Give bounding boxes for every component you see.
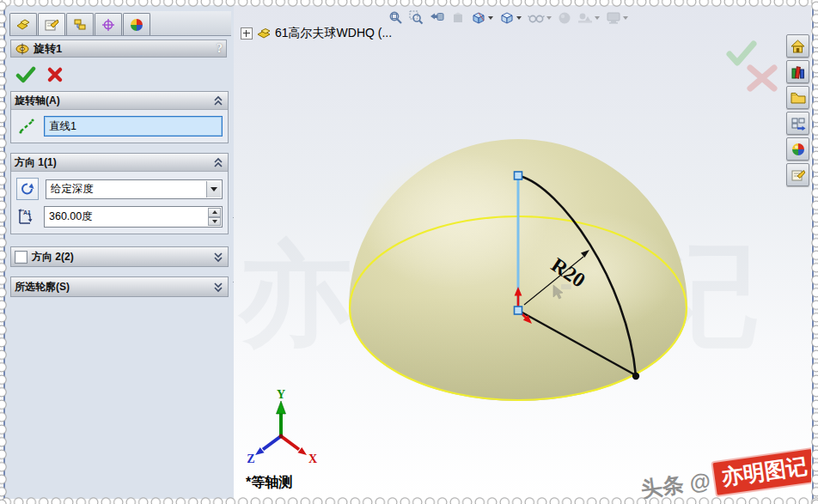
end-condition-dropdown[interactable]: 给定深度 <box>46 179 223 199</box>
view-palette-button[interactable] <box>786 112 809 135</box>
collapse-chevron-icon[interactable] <box>212 157 224 168</box>
feature-title: 旋转1 <box>34 41 62 57</box>
help-button[interactable]: ? <box>217 42 223 56</box>
expand-chevron-icon[interactable] <box>212 252 224 263</box>
custom-properties-button[interactable] <box>786 163 809 186</box>
reference-triad: Y Z X <box>247 388 317 465</box>
revolve-axis-header[interactable]: 旋转轴(A) <box>11 92 228 110</box>
configuration-manager-tab-icon <box>72 18 88 32</box>
collapse-chevron-icon[interactable] <box>212 95 224 106</box>
selected-contours-header[interactable]: 所选轮廓(S) <box>11 277 228 296</box>
task-pane-toolbar <box>786 34 809 186</box>
graphics-viewport[interactable]: 亦明图记 61高尔夫球WDHQ (... <box>234 5 811 499</box>
expand-chevron-icon[interactable] <box>212 282 224 293</box>
dimxpert-tab[interactable] <box>95 13 122 35</box>
home-icon <box>791 39 805 53</box>
confirm-row <box>10 62 227 88</box>
sketch-vertex-handle-center[interactable] <box>515 307 522 314</box>
revolve-axis-group: 旋转轴(A) 直线1 <box>10 91 229 143</box>
border-strip-left <box>0 0 3 504</box>
triad-y-label: Y <box>277 388 285 401</box>
property-manager-tab[interactable] <box>38 13 65 35</box>
model-scene[interactable]: R20 <box>234 5 811 499</box>
dropdown-caret[interactable] <box>206 181 221 197</box>
axis-selection-value: 直线1 <box>49 119 76 134</box>
property-manager-panel: 旋转1 ? 旋转轴(A) <box>5 5 235 499</box>
appearances-button[interactable] <box>786 137 809 161</box>
end-condition-value: 给定深度 <box>51 182 94 197</box>
direction2-header[interactable]: 方向 2(2) <box>11 247 228 266</box>
window-border-right <box>812 3 814 501</box>
direction2-group: 方向 2(2) <box>10 246 229 267</box>
angle-icon: A1 <box>16 207 37 228</box>
home-button[interactable] <box>786 34 809 58</box>
spin-up-button[interactable] <box>208 208 221 217</box>
design-library-button[interactable] <box>786 60 809 83</box>
sketch-vertex-handle-top[interactable] <box>515 172 522 179</box>
display-manager-tab[interactable] <box>123 13 150 35</box>
axis-selection-field[interactable]: 直线1 <box>44 116 223 137</box>
confirm-ok-ghost-icon <box>729 44 754 63</box>
design-library-icon <box>791 65 805 79</box>
configuration-manager-tab[interactable] <box>66 13 94 35</box>
view-orientation-label: *等轴测 <box>246 474 292 492</box>
confirm-cancel-ghost-icon <box>750 68 774 88</box>
direction1-label: 方向 1(1) <box>15 155 57 170</box>
direction2-label: 方向 2(2) <box>32 250 74 264</box>
selected-contours-group: 所选轮廓(S) <box>10 276 229 297</box>
sketch-endpoint-dot[interactable] <box>632 373 639 380</box>
reverse-direction-icon[interactable] <box>16 178 39 200</box>
view-palette-icon <box>791 117 806 131</box>
svg-text:A1: A1 <box>23 209 31 216</box>
ok-button[interactable] <box>15 66 36 83</box>
cancel-button[interactable] <box>46 66 64 83</box>
custom-properties-icon <box>791 168 805 182</box>
dimxpert-tab-icon <box>101 18 116 32</box>
revolve-feature-icon <box>15 43 30 55</box>
direction2-checkbox[interactable] <box>15 251 27 264</box>
triad-z-label: Z <box>247 452 254 465</box>
direction1-group: 方向 1(1) 给定深度 <box>10 153 229 234</box>
feature-manager-tab[interactable] <box>9 13 37 35</box>
feature-title-bar: 旋转1 ? <box>10 39 227 58</box>
property-manager-tab-icon <box>44 18 59 32</box>
appearances-ball-icon <box>791 143 805 156</box>
selected-contours-label: 所选轮廓(S) <box>15 280 70 295</box>
spin-down-button[interactable] <box>208 217 221 227</box>
triad-x-label: X <box>308 452 317 465</box>
folder-icon <box>791 91 806 104</box>
display-manager-tab-icon <box>129 18 144 32</box>
feature-manager-tab-icon <box>15 18 31 32</box>
confirmation-corner[interactable] <box>729 44 774 88</box>
angle-input[interactable]: 360.00度 <box>44 206 223 228</box>
border-strip-top <box>0 0 818 3</box>
direction1-header[interactable]: 方向 1(1) <box>11 154 228 172</box>
angle-value: 360.00度 <box>49 209 93 224</box>
axis-selection-icon <box>16 116 37 137</box>
revolve-axis-label: 旋转轴(A) <box>15 94 60 108</box>
manager-tab-strip <box>9 11 231 36</box>
file-explorer-button[interactable] <box>786 86 809 109</box>
